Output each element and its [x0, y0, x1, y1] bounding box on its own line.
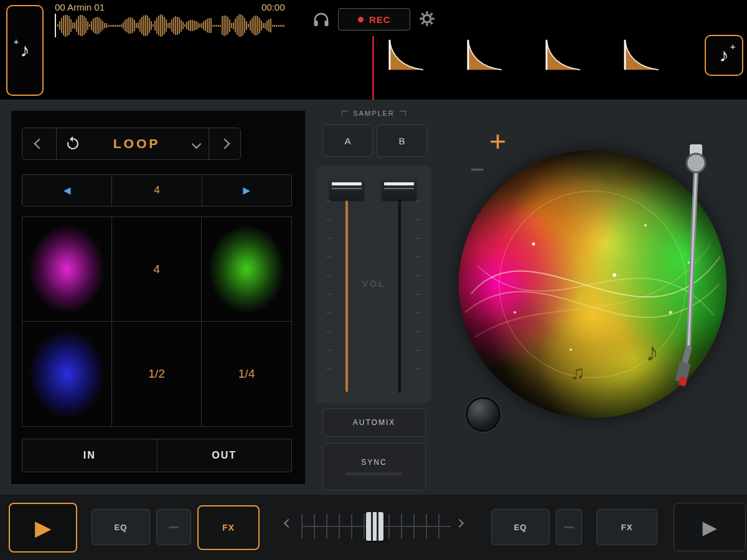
loop-pad-magenta[interactable] [22, 217, 112, 322]
loop-refresh-icon [65, 136, 80, 151]
chevron-left-icon [34, 139, 45, 149]
loop-pad-grid: 4 1/2 1/4 [22, 217, 292, 427]
fx-button-right[interactable]: FX [596, 509, 657, 545]
crossfader-handle[interactable] [366, 512, 383, 541]
chevron-down-icon [192, 139, 202, 149]
add-music-icon: ♪+ [720, 46, 729, 65]
sampler-slot-1-icon[interactable] [386, 39, 425, 72]
sync-subtext-bar [345, 472, 403, 475]
loop-out-button[interactable]: OUT [157, 439, 292, 472]
mini-toggle-left-button[interactable] [156, 509, 191, 545]
track-title: 00 Armin 01 [55, 2, 105, 12]
loop-beats-decrease-button[interactable]: ◀ [22, 175, 111, 206]
prev-triangle-icon: ◀ [63, 185, 71, 196]
chevron-right-icon [220, 139, 230, 149]
loop-beats-increase-button[interactable]: ▶ [202, 175, 291, 206]
bottom-bar: ▶ EQ FX EQ FX ▶ [0, 495, 747, 560]
bracket-right-icon [400, 111, 406, 116]
loop-beats-row: ◀ 4 ▶ [22, 174, 292, 207]
loop-cell-quarter[interactable]: 1/4 [202, 322, 291, 426]
crossfader[interactable] [301, 510, 451, 543]
volume-fader-track-b[interactable] [398, 194, 402, 393]
sampler-slot-row [386, 39, 660, 72]
headphones-icon[interactable] [312, 11, 330, 28]
loop-header-row: LOOP [22, 128, 241, 160]
add-track-right-button[interactable]: ♪+ [705, 35, 743, 76]
loop-pad-blue[interactable] [22, 322, 112, 426]
track-time: 00:00 [261, 2, 285, 12]
rec-button[interactable]: REC [338, 8, 410, 30]
loop-pad-green[interactable] [202, 217, 291, 322]
sampler-section-label: SAMPLER [316, 110, 431, 117]
play-button-left[interactable]: ▶ [9, 503, 77, 553]
turntable-disc[interactable]: ♪ ♫ [459, 151, 726, 418]
rec-dot-icon [358, 17, 364, 22]
loop-cell-half[interactable]: 1/2 [112, 322, 202, 426]
dj-mixer-app: +♪ 00 Armin 01 00:00 REC [0, 0, 747, 560]
eq-button-right[interactable]: EQ [491, 509, 550, 545]
sampler-slot-3-icon[interactable] [543, 39, 581, 72]
deck-knob[interactable] [466, 397, 500, 432]
panel-next-button[interactable] [209, 128, 240, 159]
volume-fader-panel: VOL [316, 166, 431, 403]
sampler-pad-row: A B [322, 124, 427, 157]
loop-panel: LOOP ◀ 4 ▶ 4 1/2 1/4 IN OUT [11, 111, 305, 484]
loop-in-button[interactable]: IN [22, 439, 157, 472]
crossfader-right-arrow[interactable] [456, 520, 463, 526]
vol-label: VOL [316, 279, 431, 289]
fader-ticks-right [416, 200, 421, 385]
waveform-display[interactable] [55, 12, 293, 39]
volume-fader-handle-b[interactable] [382, 178, 416, 200]
sampler-slot-4-icon[interactable] [621, 39, 660, 72]
loop-beats-value[interactable]: 4 [111, 175, 201, 206]
loop-title: LOOP [113, 136, 161, 151]
eq-button-left[interactable]: EQ [92, 509, 150, 545]
sampler-pad-a-button[interactable]: A [322, 124, 373, 157]
next-triangle-icon: ▶ [243, 185, 251, 196]
loop-mode-selector[interactable]: LOOP [57, 128, 209, 159]
dash-icon [564, 526, 574, 528]
add-track-left-button[interactable]: +♪ [6, 5, 44, 96]
panel-prev-button[interactable] [22, 128, 57, 159]
add-music-icon: +♪ [21, 41, 30, 60]
chevron-left-icon [284, 519, 293, 528]
bracket-left-icon [342, 111, 348, 116]
fx-button-left[interactable]: FX [197, 505, 260, 550]
play-button-right[interactable]: ▶ [674, 503, 746, 551]
zoom-in-button[interactable]: + [489, 127, 506, 156]
automix-button[interactable]: AUTOMIX [322, 408, 426, 437]
loop-cell-4[interactable]: 4 [112, 217, 202, 322]
play-icon: ▶ [35, 515, 51, 540]
volume-fader-track-a[interactable] [345, 194, 348, 392]
settings-gear-icon[interactable] [418, 10, 436, 27]
disc-vignette [459, 151, 726, 418]
waveform-start-marker [55, 14, 56, 37]
volume-fader-handle-a[interactable] [329, 178, 364, 200]
sampler-pad-b-button[interactable]: B [377, 124, 427, 157]
mini-toggle-right-button[interactable] [556, 509, 582, 545]
top-bar: +♪ 00 Armin 01 00:00 REC [0, 0, 747, 100]
play-icon: ▶ [702, 516, 716, 538]
fader-ticks-left [326, 200, 332, 385]
loop-in-out-row: IN OUT [22, 439, 292, 472]
zoom-out-button[interactable]: − [470, 157, 484, 182]
chevron-right-icon [455, 519, 464, 528]
crossfader-left-arrow[interactable] [285, 520, 291, 526]
dash-icon [169, 526, 179, 528]
sync-button[interactable]: SYNC [322, 443, 426, 490]
sampler-slot-2-icon[interactable] [464, 39, 503, 72]
playhead-marker [372, 36, 374, 100]
